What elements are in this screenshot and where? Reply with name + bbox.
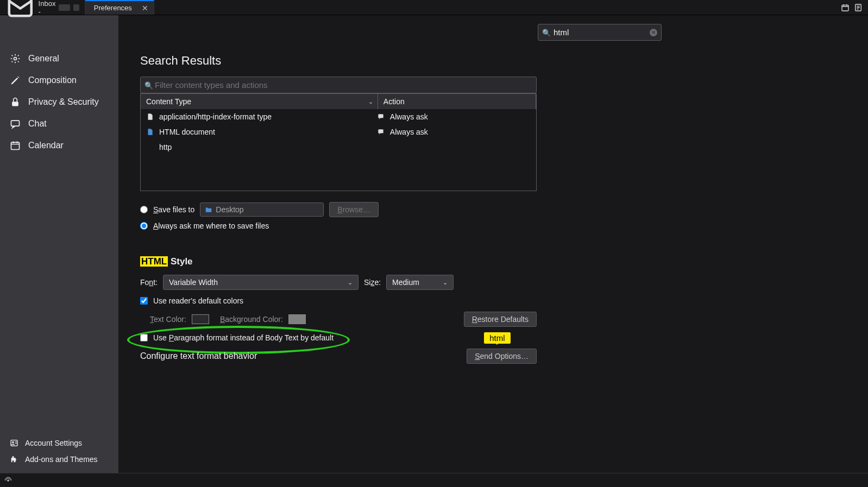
gear-icon: [10, 53, 21, 64]
redacted: [73, 4, 79, 11]
svg-rect-5: [12, 102, 18, 106]
svg-rect-11: [378, 129, 383, 133]
table-row[interactable]: http: [141, 140, 536, 155]
bg-color-swatch[interactable]: [288, 314, 306, 324]
sidebar-item-label: Account Settings: [25, 439, 82, 447]
prefs-search: 🔍 ✕: [538, 24, 662, 41]
table-row[interactable]: application/http-index-format type Alway…: [141, 109, 536, 124]
checkbox-label: Use reader's default colors: [153, 296, 243, 305]
statusbar: [0, 473, 868, 487]
send-options-button[interactable]: Send Options…: [467, 349, 537, 364]
sidebar-item-composition[interactable]: Composition: [0, 69, 118, 91]
main-content: 🔍 ✕ Search Results 🔍 Content Type ⌄ Act: [118, 15, 868, 473]
sidebar-item-label: General: [28, 54, 59, 64]
restore-defaults-button[interactable]: Restore Defaults: [464, 312, 537, 327]
calendar-icon: [10, 140, 21, 151]
chevron-down-icon: ⌄: [368, 98, 373, 105]
section-title: Search Results: [140, 54, 537, 68]
calendar-icon[interactable]: [841, 3, 850, 12]
content-filter-input[interactable]: [140, 77, 537, 93]
svg-point-4: [14, 58, 17, 60]
svg-rect-10: [378, 114, 383, 118]
size-label: Size:: [364, 278, 381, 287]
close-icon[interactable]: ✕: [142, 4, 148, 12]
size-select[interactable]: Medium⌄: [386, 275, 454, 290]
configure-text-label: Configure text format behavior: [140, 351, 257, 361]
sidebar-item-account-settings[interactable]: Account Settings: [0, 435, 118, 451]
svg-rect-7: [11, 142, 20, 149]
col-content-type[interactable]: Content Type ⌄: [141, 94, 378, 109]
radio-label: Always ask me where to save files: [153, 222, 269, 230]
save-files-to-radio[interactable]: [140, 206, 148, 213]
puzzle-icon: [10, 455, 18, 464]
col-action[interactable]: Action: [378, 94, 536, 109]
html-file-icon: [146, 128, 154, 136]
font-select[interactable]: Variable Width⌄: [163, 275, 358, 290]
section-html-style: HTML Style: [140, 256, 193, 267]
radio-label: Save files to: [153, 205, 194, 214]
preferences-sidebar: General Composition Privacy & Security C…: [0, 15, 118, 473]
pencil-icon: [10, 75, 21, 86]
activity-icon[interactable]: [4, 477, 12, 484]
sidebar-item-label: Privacy & Security: [28, 97, 99, 107]
content-types-table: Content Type ⌄ Action application/http-i…: [140, 93, 537, 191]
redacted: [59, 4, 70, 11]
paragraph-format-checkbox[interactable]: [140, 334, 148, 341]
ask-icon: [377, 128, 385, 136]
search-icon: 🔍: [542, 28, 551, 36]
clear-search-icon[interactable]: ✕: [650, 29, 657, 36]
prefs-search-input[interactable]: [538, 24, 662, 41]
svg-rect-6: [11, 121, 20, 126]
svg-rect-2: [842, 5, 848, 11]
ask-icon: [377, 113, 385, 121]
folder-icon: [205, 206, 212, 213]
reader-colors-checkbox[interactable]: [140, 297, 148, 305]
browse-button[interactable]: Browse…: [329, 202, 379, 217]
chevron-down-icon: ⌄: [348, 279, 353, 286]
svg-point-9: [12, 441, 14, 443]
svg-point-12: [8, 479, 9, 480]
tooltip: html: [484, 332, 510, 344]
always-ask-radio[interactable]: [140, 222, 148, 230]
search-icon: 🔍: [144, 81, 153, 89]
sidebar-item-label: Add-ons and Themes: [25, 455, 98, 464]
tab-label: Preferences: [94, 4, 132, 12]
sidebar-item-general[interactable]: General: [0, 48, 118, 69]
bg-color-label: Background Color:: [220, 315, 283, 324]
mail-icon: [5, 0, 35, 22]
text-color-swatch[interactable]: [192, 314, 209, 324]
sidebar-item-label: Chat: [28, 119, 47, 129]
sidebar-item-label: Calendar: [28, 141, 64, 150]
checkbox-label: Use Paragraph format instead of Body Tex…: [153, 333, 334, 342]
chat-icon: [10, 118, 21, 129]
chevron-down-icon: ⌄: [443, 279, 448, 286]
account-icon: [10, 439, 18, 447]
file-icon: [146, 113, 154, 121]
sidebar-item-chat[interactable]: Chat: [0, 113, 118, 135]
sidebar-item-calendar[interactable]: Calendar: [0, 135, 118, 156]
tab-inbox[interactable]: Inbox -: [0, 0, 85, 15]
tab-preferences[interactable]: Preferences ✕: [85, 0, 154, 15]
sidebar-item-addons[interactable]: Add-ons and Themes: [0, 451, 118, 467]
sidebar-item-label: Composition: [28, 75, 77, 85]
save-path-input[interactable]: Desktop: [200, 203, 324, 217]
tasks-icon[interactable]: [854, 3, 863, 12]
lock-icon: [10, 97, 21, 107]
table-row[interactable]: HTML document Always ask: [141, 124, 536, 140]
tab-label: Inbox -: [39, 0, 56, 16]
font-label: Font:: [140, 278, 158, 287]
sidebar-item-privacy[interactable]: Privacy & Security: [0, 91, 118, 113]
text-color-label: Text Color:: [150, 315, 186, 324]
